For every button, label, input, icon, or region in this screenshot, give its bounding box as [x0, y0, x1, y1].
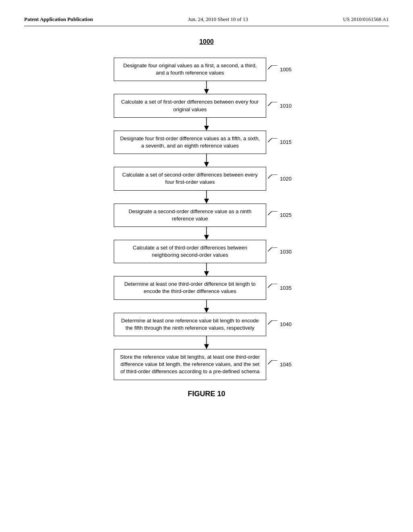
- step-label-1035: 1035: [280, 285, 299, 291]
- step-label-1015: 1015: [280, 139, 299, 145]
- label-notch-1040: 1040: [268, 320, 299, 328]
- svg-marker-11: [204, 271, 209, 276]
- step-row-1015: Designate four first-order difference va…: [114, 131, 299, 154]
- notch-icon-1020: [268, 175, 277, 183]
- step-box-1025: Designate a second-order difference valu…: [114, 204, 266, 227]
- step-row-1025: Designate a second-order difference valu…: [114, 204, 299, 227]
- label-notch-1045: 1045: [268, 360, 299, 368]
- label-notch-1005: 1005: [268, 65, 299, 73]
- step-box-1015: Designate four first-order difference va…: [114, 131, 266, 154]
- diagram-title: 1000: [199, 38, 214, 46]
- step-row-1005: Designate four original values as a firs…: [114, 58, 299, 81]
- step-box-1010: Calculate a set of first-order differenc…: [114, 94, 266, 117]
- svg-marker-9: [204, 235, 209, 240]
- label-notch-1015: 1015: [268, 138, 299, 146]
- notch-icon-1030: [268, 247, 277, 256]
- step-label-1010: 1010: [280, 103, 299, 109]
- figure-label: FIGURE 10: [188, 390, 225, 398]
- label-notch-1035: 1035: [268, 284, 299, 292]
- step-row-1010: Calculate a set of first-order differenc…: [114, 94, 299, 117]
- step-row-1030: Calculate a set of third-order differenc…: [114, 240, 299, 263]
- arrow-1035-1040: [114, 300, 299, 313]
- arrow-1040-1045: [114, 336, 299, 349]
- arrow-1005-1010: [114, 81, 299, 94]
- arrow-1030-1035: [114, 263, 299, 276]
- step-box-1035: Determine at least one third-order diffe…: [114, 276, 266, 299]
- label-notch-1020: 1020: [268, 175, 299, 183]
- notch-icon-1035: [268, 284, 277, 292]
- step-box-1045: Store the reference value bit lengths, a…: [114, 349, 266, 380]
- svg-marker-1: [204, 89, 209, 94]
- step-box-1040: Determine at least one reference value b…: [114, 313, 266, 336]
- step-row-1040: Determine at least one reference value b…: [114, 313, 299, 336]
- patent-page: Patent Application Publication Jun. 24, …: [0, 0, 413, 532]
- arrow-1010-1015: [114, 118, 299, 131]
- svg-marker-5: [204, 162, 209, 167]
- diagram-container: 1000 Designate four original values as a…: [24, 38, 389, 398]
- step-label-1030: 1030: [280, 249, 299, 255]
- header-patent-number: US 2010/0161568 A1: [343, 16, 389, 23]
- step-box-1005: Designate four original values as a firs…: [114, 58, 266, 81]
- svg-marker-13: [204, 308, 209, 313]
- step-box-1020: Calculate a set of second-order differen…: [114, 167, 266, 190]
- step-label-1025: 1025: [280, 212, 299, 218]
- page-header: Patent Application Publication Jun. 24, …: [24, 16, 389, 26]
- flow-wrapper: Designate four original values as a firs…: [114, 58, 299, 380]
- label-notch-1030: 1030: [268, 247, 299, 256]
- step-row-1020: Calculate a set of second-order differen…: [114, 167, 299, 190]
- header-date-sheet: Jun. 24, 2010 Sheet 10 of 13: [188, 16, 248, 23]
- arrow-1015-1020: [114, 154, 299, 167]
- label-notch-1025: 1025: [268, 211, 299, 219]
- notch-icon-1025: [268, 211, 277, 219]
- svg-marker-3: [204, 126, 209, 131]
- svg-marker-15: [204, 344, 209, 349]
- step-label-1040: 1040: [280, 321, 299, 327]
- step-row-1035: Determine at least one third-order diffe…: [114, 276, 299, 299]
- notch-icon-1040: [268, 320, 277, 328]
- step-label-1005: 1005: [280, 66, 299, 73]
- notch-icon-1010: [268, 102, 277, 110]
- notch-icon-1045: [268, 360, 277, 368]
- notch-icon-1005: [268, 65, 277, 73]
- label-notch-1010: 1010: [268, 102, 299, 110]
- arrow-1025-1030: [114, 227, 299, 240]
- step-row-1045: Store the reference value bit lengths, a…: [114, 349, 299, 380]
- step-label-1020: 1020: [280, 176, 299, 182]
- svg-marker-7: [204, 199, 209, 204]
- arrow-1020-1025: [114, 191, 299, 204]
- step-box-1030: Calculate a set of third-order differenc…: [114, 240, 266, 263]
- notch-icon-1015: [268, 138, 277, 146]
- header-publication-label: Patent Application Publication: [24, 16, 93, 23]
- step-label-1045: 1045: [280, 362, 299, 368]
